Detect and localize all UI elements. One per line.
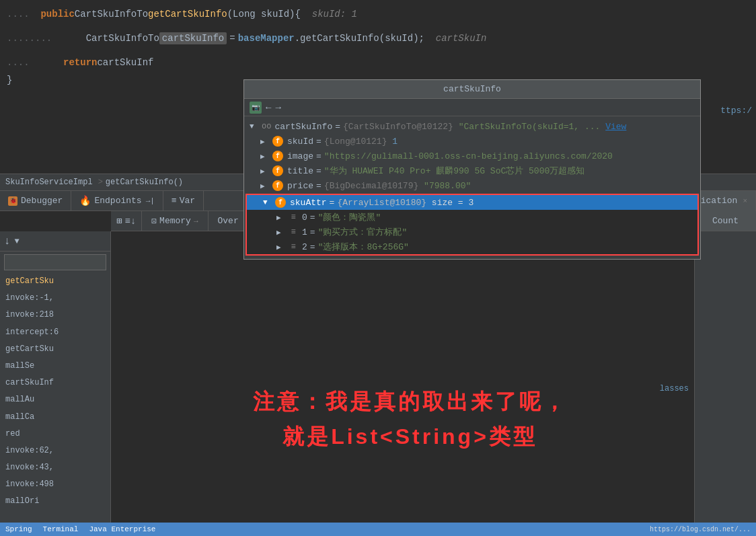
code-line-3: .... return cartSkuInf	[0, 54, 756, 71]
debug-tab-memory[interactable]: ⊡ Memory →	[142, 211, 208, 231]
method-name-1: getCartSkuInfo	[148, 9, 227, 20]
brace-close: }	[7, 75, 12, 85]
code-line-1: .... public CartSkuInfoTo getCartSkuInfo…	[0, 5, 756, 23]
stack-item-12[interactable]: invoke:498	[0, 476, 110, 493]
arrow-down-btn[interactable]: ↓	[4, 235, 11, 247]
arrow-right-icon: →|	[146, 197, 155, 205]
stack-toolbar: ↓ ▼	[0, 231, 110, 252]
stack-item-11[interactable]: invoke:43,	[0, 459, 110, 476]
debug-row-image[interactable]: ▶ f image = "https://gulimall-0001.oss-c…	[244, 149, 700, 163]
debug-row-item0[interactable]: ▶ ≡ 0 = "颜色：陶瓷黑"	[247, 210, 697, 225]
type-skuid: {Long@10121}	[324, 137, 387, 147]
expand-arrow-price: ▶	[260, 182, 270, 190]
var-key-root: cartSkuInfo	[274, 122, 332, 132]
stack-item-8[interactable]: mallCa	[0, 409, 110, 426]
breadcrumb-sep: >	[98, 178, 103, 187]
expand-arrow-item2: ▶	[276, 243, 286, 252]
classes-link[interactable]: lasses	[657, 383, 691, 395]
list-icon-0: ≡	[289, 213, 298, 222]
eq-root: =	[335, 122, 340, 132]
expand-arrow-skuattr: ▼	[263, 198, 272, 206]
stack-item-2[interactable]: invoke:218	[0, 307, 110, 323]
tab-var-label: Var	[180, 196, 195, 206]
blog-link: https://blog.csdn.net/...	[650, 526, 751, 533]
memory-icon: ⊡	[151, 216, 157, 227]
field-icon-skuid: f	[272, 136, 283, 147]
debug-row-item1[interactable]: ▶ ≡ 1 = "购买方式：官方标配"	[247, 225, 697, 239]
view-link-root[interactable]: View	[605, 122, 626, 132]
eq-image: =	[316, 151, 322, 161]
tab-var[interactable]: ≡ Var	[163, 191, 204, 211]
count-header: Count	[695, 211, 756, 231]
var-key-title: title	[287, 166, 313, 176]
stack-item-13[interactable]: mallOri	[0, 493, 110, 510]
https-link[interactable]: ttps:/	[716, 104, 756, 117]
val-item0: "颜色：陶瓷黑"	[318, 211, 381, 223]
stack-item-0[interactable]: getCartSku	[0, 273, 110, 290]
debug-tab-memory-label: Memory	[159, 216, 191, 226]
oo-icon: oo	[262, 122, 271, 131]
tab-debugger[interactable]: 🐞 Debugger	[0, 191, 71, 211]
debug-row-item2[interactable]: ▶ ≡ 2 = "选择版本：8G+256G"	[247, 239, 697, 254]
stack-item-1[interactable]: invoke:-1,	[0, 290, 110, 307]
filter-btn[interactable]: ▼	[15, 237, 20, 246]
comment-2: cartSkuIn	[436, 33, 487, 44]
stack-item-6[interactable]: cartSkuInf	[0, 375, 110, 391]
val-title: "华为 HUAWEI P40 Pro+ 麒麟990 5G SoC芯片 5000万…	[324, 165, 584, 177]
debug-tab-over[interactable]: Over	[209, 211, 249, 231]
debug-row-price[interactable]: ▶ f price = {BigDecimal@10179} "7988.00"	[244, 178, 700, 193]
stack-item-10[interactable]: invoke:62,	[0, 443, 110, 459]
list-icon[interactable]: ≡↓	[124, 216, 136, 227]
eq-item1: =	[310, 227, 315, 237]
forward-icon[interactable]: →	[275, 102, 280, 113]
type-name-1: CartSkuInfoTo	[75, 9, 148, 20]
stack-item-7[interactable]: mallAu	[0, 391, 110, 408]
camera-icon[interactable]: 📷	[250, 102, 262, 114]
dots-3: ....	[7, 57, 30, 68]
debug-row-title[interactable]: ▶ f title = "华为 HUAWEI P40 Pro+ 麒麟990 5G…	[244, 163, 700, 178]
call-stack-panel: ↓ ▼ getCartSku invoke:-1, invoke:218 int…	[0, 231, 111, 523]
val-item2: "选择版本：8G+256G"	[318, 241, 409, 253]
eq-item2: =	[310, 242, 315, 252]
field-icon-title: f	[272, 165, 283, 176]
debug-row-skuid[interactable]: ▶ f skuId = {Long@10121} 1	[244, 134, 700, 149]
stack-item-3[interactable]: intercept:6	[0, 324, 110, 341]
call-2: baseMapper	[238, 33, 295, 44]
tab-endpoints[interactable]: 🔥 Endpoints →|	[71, 191, 163, 211]
var-highlight: cartSkuInfo	[159, 32, 227, 44]
dots-2: ........	[7, 33, 52, 44]
stack-item-4[interactable]: getCartSku	[0, 341, 110, 358]
debug-row-skuattr[interactable]: ▼ f skuAttr = {ArrayList@10180} size = 3	[247, 195, 697, 210]
var-icon: ≡	[172, 196, 177, 206]
expand-arrow-skuid: ▶	[260, 137, 270, 146]
tab-debugger-label: Debugger	[21, 196, 63, 206]
eq-skuid: =	[316, 137, 322, 147]
breadcrumb-method: getCartSkuInfo()	[106, 178, 183, 187]
status-bar: Spring Terminal Java Enterprise https://…	[0, 523, 756, 536]
debug-row-root[interactable]: ▼ oo cartSkuInfo = {CartSkuInfoTo@10122}…	[244, 119, 700, 134]
var-key-skuattr: skuAttr	[290, 198, 327, 208]
val-skuattr: size = 3	[432, 198, 474, 208]
vars-area	[111, 231, 694, 523]
right-panel: Count	[694, 211, 756, 523]
status-java: Java Enterprise	[89, 525, 155, 533]
keyword-return: return	[63, 57, 97, 68]
stack-search-input[interactable]	[4, 254, 106, 270]
stack-item-9[interactable]: red	[0, 426, 110, 443]
expand-icon[interactable]: ⊞	[116, 215, 122, 227]
var-key-item2: 2	[302, 242, 307, 252]
back-icon[interactable]: ←	[266, 102, 271, 113]
popup-toolbar: 📷 ← →	[244, 99, 700, 116]
stack-item-5[interactable]: mallSe	[0, 358, 110, 375]
ide-container: .... public CartSkuInfoTo getCartSkuInfo…	[0, 0, 756, 536]
memory-arrow-icon: →	[194, 217, 198, 225]
eq-skuattr: =	[330, 198, 335, 208]
skuattr-highlight-border: ▼ f skuAttr = {ArrayList@10180} size = 3…	[245, 194, 699, 256]
expand-arrow-root: ▼	[250, 122, 259, 130]
val-price: "7988.00"	[424, 181, 471, 191]
var-key-skuid: skuId	[287, 137, 313, 147]
toolbar-controls: ⊞ ≡↓	[111, 211, 142, 231]
type-price: {BigDecimal@10179}	[324, 181, 418, 191]
field-icon-image: f	[272, 151, 283, 161]
tab-close-icon[interactable]: ×	[743, 197, 747, 205]
